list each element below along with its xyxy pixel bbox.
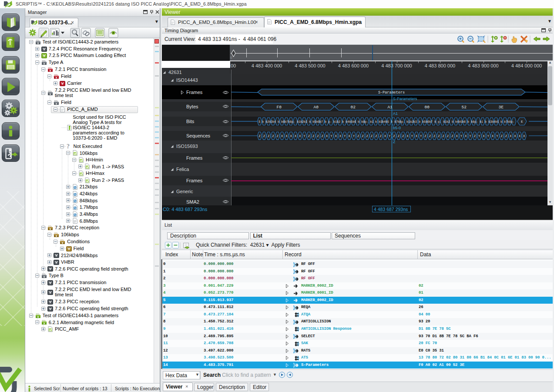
svg-text:Z: Z	[272, 134, 274, 138]
svg-text:F0: F0	[276, 105, 282, 110]
svg-text:S-Parameters: S-Parameters	[393, 97, 417, 101]
svg-text:Z: Z	[433, 134, 436, 138]
svg-text:X: X	[483, 134, 485, 138]
svg-text:Y: Y	[344, 134, 346, 138]
svg-text:X: X	[290, 134, 292, 138]
svg-text:Z: Z	[259, 134, 261, 138]
svg-text:Z: Z	[263, 134, 265, 138]
svg-text:Z: Z	[312, 134, 315, 138]
svg-text:Z: Z	[451, 134, 453, 138]
svg-text:Z: Z	[398, 134, 400, 138]
svg-text:Y: Y	[496, 134, 498, 138]
svg-text:Z: Z	[366, 134, 369, 138]
svg-text:X: X	[285, 134, 288, 138]
svg-text:A1: A1	[393, 111, 398, 116]
svg-text:b5-0: b5-0	[393, 126, 401, 130]
svg-text:Z: Z	[308, 134, 310, 138]
svg-text:Z: Z	[357, 134, 359, 138]
svg-text:X: X	[519, 134, 521, 138]
svg-text:Z: Z	[268, 134, 270, 138]
svg-text:E: E	[521, 120, 523, 124]
svg-text:Z: Z	[438, 134, 440, 138]
svg-text:Z: Z	[429, 134, 431, 138]
svg-text:Z: Z	[375, 134, 377, 138]
svg-text:52: 52	[461, 105, 467, 110]
svg-text:Z: Z	[402, 134, 404, 138]
svg-text:X: X	[514, 134, 516, 138]
svg-text:Y: Y	[478, 134, 480, 138]
svg-text:Z: Z	[393, 140, 396, 144]
svg-text:X: X	[295, 134, 297, 138]
svg-text:Z: Z	[474, 134, 476, 138]
svg-text:Y: Y	[303, 134, 306, 138]
svg-text:X: X	[492, 134, 494, 138]
svg-text:Z: Z	[443, 134, 445, 138]
svg-text:Y: Y	[420, 134, 422, 138]
svg-text:X: X	[335, 134, 337, 138]
svg-text:Z: Z	[317, 134, 319, 138]
svg-text:X: X	[510, 134, 512, 138]
svg-text:Y: Y	[330, 134, 332, 138]
svg-text:X: X	[416, 134, 418, 138]
svg-text:Z: Z	[500, 134, 503, 138]
svg-text:Z: Z	[393, 134, 395, 138]
svg-text:X: X	[523, 134, 525, 138]
svg-text:00: 00	[424, 105, 430, 110]
svg-text:Z: Z	[379, 134, 382, 138]
svg-text:S b b2b3b4 b b6b7b8p- b1b2b3 b: S b b2b3b4 b b6b7b8p- b1b2b3 b b5b6b7 b …	[259, 120, 514, 124]
svg-text:Z: Z	[505, 134, 507, 138]
svg-text:A0: A0	[313, 105, 319, 110]
svg-text:X: X	[299, 134, 301, 138]
svg-text:X: X	[348, 134, 350, 138]
svg-text:S-Parameters: S-Parameters	[378, 90, 405, 95]
svg-text:X: X	[339, 134, 342, 138]
svg-text:X: X	[456, 134, 458, 138]
svg-text:X: X	[384, 134, 386, 138]
svg-text:Y: Y	[487, 134, 490, 138]
svg-text:Y: Y	[389, 134, 391, 138]
svg-text:Z: Z	[322, 134, 324, 138]
svg-text:X: X	[406, 134, 409, 138]
svg-text:Y: Y	[411, 134, 413, 138]
svg-text:Z: Z	[362, 134, 364, 138]
svg-text:X: X	[465, 134, 467, 138]
svg-text:Z: Z	[371, 134, 373, 138]
svg-text:X: X	[326, 134, 328, 138]
svg-text:Y: Y	[353, 134, 355, 138]
svg-text:X: X	[281, 134, 283, 138]
svg-text:Y: Y	[460, 134, 463, 138]
svg-text:02: 02	[350, 105, 356, 110]
svg-text:Z: Z	[277, 134, 279, 138]
svg-text:Z: Z	[424, 134, 426, 138]
svg-text:Z: Z	[447, 134, 449, 138]
svg-text:Y: Y	[469, 134, 471, 138]
svg-text:3E: 3E	[498, 105, 504, 110]
